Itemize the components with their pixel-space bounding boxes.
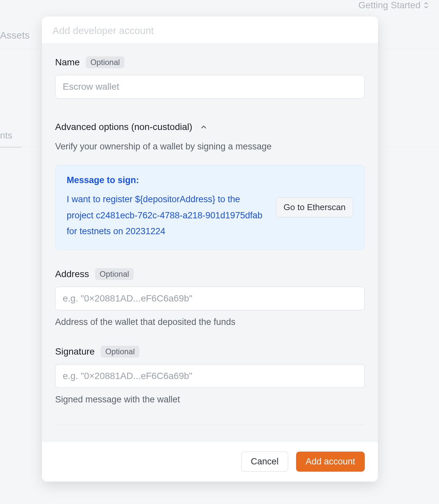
signature-label: Signature: [55, 346, 95, 357]
getting-started-label: Getting Started: [358, 0, 421, 11]
info-text-column: Message to sign: I want to register ${de…: [67, 175, 266, 239]
cancel-button[interactable]: Cancel: [241, 452, 288, 472]
background-tab-fragment: nts: [0, 130, 12, 141]
name-input[interactable]: [55, 75, 365, 99]
add-developer-account-modal: Add developer account Name Optional Adva…: [42, 16, 378, 482]
modal-footer: Cancel Add account: [42, 441, 378, 482]
advanced-options-title: Advanced options (non-custodial): [55, 122, 192, 132]
modal-header: Add developer account: [42, 16, 378, 44]
signature-input[interactable]: [55, 364, 365, 388]
assets-label: Assets: [0, 30, 30, 41]
chevron-up-icon: [200, 123, 208, 131]
advanced-options-toggle[interactable]: Advanced options (non-custodial): [55, 122, 365, 132]
signature-field-block: Signature Optional Signed message with t…: [55, 346, 365, 405]
divider: [55, 425, 365, 425]
optional-badge: Optional: [95, 268, 134, 280]
background-tab-underline: [0, 147, 21, 148]
address-label: Address: [55, 269, 89, 279]
address-field-block: Address Optional Address of the wallet t…: [55, 268, 365, 327]
advanced-options-description: Verify your ownership of a wallet by sig…: [55, 142, 365, 152]
name-label: Name: [55, 57, 80, 68]
message-to-sign-heading: Message to sign:: [67, 175, 266, 185]
selector-icon: [423, 1, 429, 9]
address-input[interactable]: [55, 287, 365, 310]
optional-badge: Optional: [101, 346, 139, 358]
name-field-block: Name Optional: [55, 56, 365, 99]
signature-label-row: Signature Optional: [55, 346, 365, 358]
address-help: Address of the wallet that deposited the…: [55, 317, 365, 327]
getting-started-selector: Getting Started: [358, 0, 429, 11]
go-to-etherscan-button[interactable]: Go to Etherscan: [276, 197, 353, 217]
signature-help: Signed message with the wallet: [55, 394, 365, 405]
optional-badge: Optional: [86, 56, 124, 68]
message-to-sign-body: I want to register ${depositorAddress} t…: [67, 191, 266, 239]
message-to-sign-box: Message to sign: I want to register ${de…: [55, 165, 365, 250]
address-label-row: Address Optional: [55, 268, 365, 280]
modal-body: Name Optional Advanced options (non-cust…: [42, 44, 378, 441]
name-label-row: Name Optional: [55, 56, 365, 68]
modal-title: Add developer account: [52, 25, 367, 36]
add-account-button[interactable]: Add account: [296, 452, 365, 472]
